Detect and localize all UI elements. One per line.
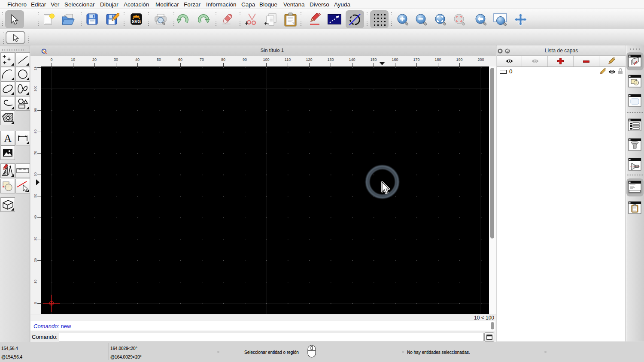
svg-text:A: A: [4, 133, 12, 144]
svg-text:SVG: SVG: [132, 19, 141, 24]
